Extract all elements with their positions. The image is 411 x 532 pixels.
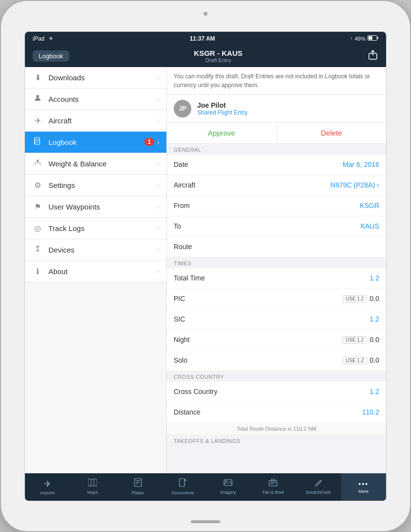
devices-icon: [32, 245, 44, 254]
field-value-solo: 0.0: [370, 356, 379, 364]
pic-use-badge[interactable]: USE 1.2: [342, 295, 366, 302]
approve-button[interactable]: Approve: [167, 123, 277, 143]
sidebar-item-settings[interactable]: ⚙ Settings ›: [25, 175, 166, 196]
field-label-from: From: [174, 202, 360, 209]
sidebar-item-weight-balance[interactable]: Weight & Balance ›: [25, 153, 166, 175]
chevron-icon: ›: [157, 246, 160, 254]
device-frame: iPad 11:37 AM ↑ 49%: [0, 0, 411, 532]
draft-banner: You can modify this draft. Draft Entries…: [167, 67, 386, 95]
documents-icon: [179, 478, 187, 489]
status-bar: iPad 11:37 AM ↑ 49%: [25, 32, 386, 46]
field-row-sic: SIC 1.2: [167, 309, 386, 330]
aircraft-chevron-icon: ›: [377, 181, 379, 189]
location-icon: ↑: [350, 36, 353, 41]
tab-airports[interactable]: ✈ Airports: [25, 473, 70, 501]
field-row-aircraft[interactable]: Aircraft N979C (P28A) ›: [167, 175, 386, 196]
field-row-date: Date Mar 6, 2016: [167, 155, 386, 175]
chevron-icon: ›: [157, 203, 160, 210]
accounts-icon: [32, 94, 44, 104]
sidebar-item-about[interactable]: ℹ About ›: [25, 261, 166, 282]
field-value-from: KSGR: [360, 202, 379, 209]
times-section-header: TIMES: [167, 257, 386, 268]
svg-rect-6: [34, 138, 35, 144]
field-label-to: To: [174, 222, 361, 230]
action-row: Approve Delete: [167, 123, 386, 144]
tab-more[interactable]: ••• More: [341, 473, 386, 501]
field-value-total-time: 1.2: [370, 274, 379, 282]
share-button[interactable]: [367, 49, 378, 63]
device-screen: iPad 11:37 AM ↑ 49%: [24, 31, 387, 501]
wifi-icon: [47, 35, 54, 42]
aircraft-value-text: N979C (P28A): [330, 181, 375, 189]
sidebar-item-aircraft[interactable]: ✈ Aircraft ›: [25, 110, 166, 132]
field-value-cross-country: 1.2: [370, 388, 379, 395]
sidebar-item-user-waypoints[interactable]: ⚑ User Waypoints ›: [25, 196, 166, 218]
back-button[interactable]: Logbook: [33, 50, 69, 62]
field-label-aircraft: Aircraft: [174, 181, 330, 189]
airports-icon: ✈: [44, 479, 51, 489]
downloads-icon: ⬇: [32, 73, 44, 82]
tab-imagery[interactable]: Imagery: [206, 473, 251, 501]
file-brief-icon: [269, 479, 277, 489]
sidebar-item-devices[interactable]: Devices ›: [25, 239, 166, 261]
tab-more-label: More: [359, 489, 369, 494]
field-label-cross-country: Cross Country: [174, 388, 370, 395]
field-label-distance: Distance: [174, 408, 362, 416]
status-right: ↑ 49%: [350, 35, 378, 42]
field-label-solo: Solo: [174, 356, 342, 364]
sidebar-item-logbook[interactable]: Logbook 1 ›: [25, 132, 166, 153]
svg-rect-12: [135, 479, 141, 486]
tab-maps[interactable]: Maps: [70, 473, 115, 501]
tab-scratchpads[interactable]: ScratchPads: [296, 473, 341, 501]
field-row-pic: PIC USE 1.2 0.0: [167, 289, 386, 309]
pilot-info: Joe Pilot Shared Flight Entry: [197, 101, 248, 116]
field-row-from: From KSGR: [167, 196, 386, 216]
track-logs-icon: ◎: [32, 224, 44, 233]
about-icon: ℹ: [32, 267, 44, 276]
tab-documents[interactable]: Documents: [160, 473, 206, 501]
chevron-icon: ›: [157, 95, 160, 103]
sidebar-label-accounts: Accounts: [48, 95, 157, 103]
pilot-row: JP Joe Pilot Shared Flight Entry: [167, 95, 386, 123]
tab-file-brief[interactable]: File & Brief: [251, 473, 296, 501]
chevron-icon: ›: [157, 116, 160, 124]
sidebar-label-downloads: Downloads: [48, 73, 157, 82]
sidebar-item-track-logs[interactable]: ◎ Track Logs ›: [25, 218, 166, 239]
field-value-sic: 1.2: [370, 315, 379, 323]
field-label-date: Date: [174, 161, 342, 168]
carrier-label: iPad: [33, 35, 45, 42]
svg-rect-20: [269, 481, 277, 486]
svg-point-4: [36, 95, 39, 98]
chevron-icon: ›: [157, 267, 160, 275]
nav-title-main: KSGR - KAUS: [194, 49, 242, 57]
more-dots-icon: •••: [359, 480, 369, 488]
field-value-date: Mar 6, 2016: [342, 161, 379, 168]
field-value-aircraft: N979C (P28A) ›: [330, 181, 379, 189]
sidebar-item-accounts[interactable]: Accounts ›: [25, 89, 166, 110]
settings-icon: ⚙: [32, 181, 44, 190]
night-use-badge[interactable]: USE 1.2: [342, 336, 366, 344]
sidebar-label-logbook: Logbook: [48, 138, 144, 146]
plates-icon: [134, 478, 142, 489]
tab-plates-label: Plates: [132, 490, 144, 495]
tab-plates[interactable]: Plates: [115, 473, 160, 501]
sidebar-label-aircraft: Aircraft: [48, 116, 157, 125]
imagery-icon: [224, 479, 232, 489]
solo-use-badge[interactable]: USE 1.2: [342, 357, 366, 364]
weight-balance-icon: [32, 159, 44, 168]
field-label-pic: PIC: [174, 295, 342, 302]
chevron-icon: ›: [157, 181, 160, 189]
field-row-to: To KAUS: [167, 216, 386, 237]
sidebar-label-settings: Settings: [48, 181, 157, 189]
tab-maps-label: Maps: [87, 490, 98, 495]
aircraft-icon: ✈: [32, 116, 44, 125]
tab-file-brief-label: File & Brief: [262, 490, 284, 495]
field-row-cross-country: Cross Country 1.2: [167, 382, 386, 402]
svg-marker-9: [88, 479, 97, 486]
sidebar: ⬇ Downloads › Accounts › ✈: [25, 67, 167, 473]
logbook-icon: [32, 137, 44, 147]
chevron-icon: ›: [157, 160, 160, 167]
sidebar-item-downloads[interactable]: ⬇ Downloads ›: [25, 67, 166, 89]
field-row-distance: Distance 110.2: [167, 402, 386, 423]
delete-button[interactable]: Delete: [277, 123, 387, 143]
